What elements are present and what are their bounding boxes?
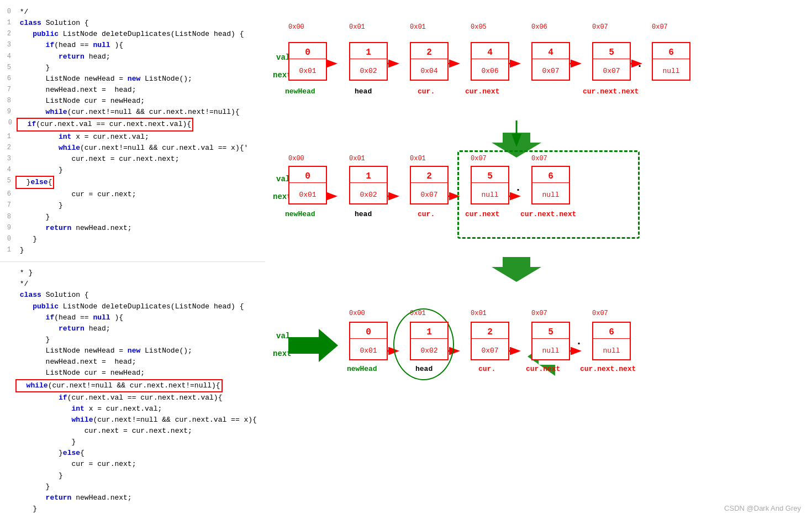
code-line: public ListNode deleteDuplicates(ListNod… (0, 301, 265, 312)
label-cur-3: cur. (478, 365, 495, 373)
node-box-1-4: 4 0x07 (531, 42, 570, 81)
code-line: 1 } (0, 245, 265, 256)
svg-marker-18 (288, 329, 338, 362)
code-line: 7 } (0, 200, 265, 211)
code-line: 7 newHead.next = head; (0, 85, 265, 96)
ellipsis-2: · (515, 184, 521, 196)
label-curnextnext-3: cur.next.next (580, 365, 636, 373)
addr-3-4: 0x07 (592, 310, 608, 317)
node-box-2-3: 5 null (471, 166, 509, 205)
addr-2-3: 0x07 (471, 155, 487, 162)
code-panel-top: 0 */ 1 class Solution { 2 public ListNod… (0, 0, 265, 519)
code-line: if(head == null ){ (0, 312, 265, 323)
code-line: } (0, 504, 265, 515)
node-box-1-2: 2 0x04 (410, 42, 449, 81)
code-line: 4 return head; (0, 51, 265, 62)
code-line: 8 ListNode cur = newHead; (0, 96, 265, 107)
diagram-area: val next 0x00 0 0x01 newHead 0x01 1 0x02… (265, 0, 812, 519)
node-box-3-2: 2 0x07 (471, 322, 509, 360)
label-head-2: head (355, 210, 372, 218)
code-line: newHead.next = head; (0, 357, 265, 368)
code-line: 3 cur.next = cur.next.next; (0, 154, 265, 165)
addr-3-3: 0x07 (531, 310, 547, 317)
label-curnextnext-2: cur.next.next (520, 210, 576, 218)
node-box-1-1: 1 0x02 (349, 42, 388, 81)
code-line: 4 } (0, 165, 265, 176)
node-box-3-3: 5 null (531, 322, 570, 360)
node-box-3-4: 6 null (592, 322, 631, 360)
code-line: } (0, 437, 265, 448)
label-curnext-2: cur.next (465, 210, 499, 218)
code-line: if(cur.next.val == cur.next.next.val){ (0, 392, 265, 403)
node-box-2-1: 1 0x02 (349, 166, 388, 205)
code-line: 1 int x = cur.next.val; (0, 132, 265, 143)
code-line: cur.next = cur.next.next; (0, 426, 265, 437)
code-line: cur = cur.next; (0, 459, 265, 470)
code-line: 0 } (0, 234, 265, 245)
addr-2-0: 0x00 (288, 155, 304, 162)
node-box-1-3: 4 0x06 (471, 42, 509, 81)
code-line: } (0, 481, 265, 492)
label-newhead-2: newHead (285, 210, 315, 218)
code-line: 0 */ (0, 7, 265, 18)
code-line: 5 } (0, 62, 265, 74)
node-box-1-0: 0 0x01 (288, 42, 327, 81)
label-cur-2: cur. (418, 210, 435, 218)
code-line: int x = cur.next.val; (0, 403, 265, 415)
code-line: 9 while(cur.next!=null && cur.next.next!… (0, 107, 265, 118)
code-line: class Solution { (0, 290, 265, 301)
code-line: 8 } (0, 212, 265, 223)
addr-2-2: 0x01 (410, 155, 426, 162)
ellipsis-3: · (576, 337, 582, 350)
code-line: 9 return newHead.next; (0, 223, 265, 234)
big-arrow-icon (288, 326, 338, 367)
addr-1-6: 0x07 (652, 23, 668, 31)
label-head-3: head (415, 365, 433, 373)
label-curnext-3: cur.next (526, 365, 560, 373)
code-line: } (0, 334, 265, 345)
addr-3-2: 0x01 (471, 310, 487, 317)
addr-1-0: 0x00 (288, 23, 304, 31)
addr-2-1: 0x01 (349, 155, 365, 162)
code-line: 2 public ListNode deleteDuplicates(ListN… (0, 29, 265, 40)
code-line: 6 ListNode newHead = new ListNode(); (0, 74, 265, 85)
code-line-highlight2: 5 }else{ (0, 176, 265, 189)
addr-1-1: 0x01 (349, 23, 365, 31)
node-box-2-2: 2 0x07 (410, 166, 449, 205)
code-line: 2 while(cur.next!=null && cur.next.val =… (0, 143, 265, 154)
watermark: CSDN @Dark And Grey (724, 504, 801, 512)
code-line-highlight3: while(cur.next!=null && cur.next.next!=n… (0, 379, 265, 392)
label-curnextnext-1: cur.next.next (583, 87, 639, 96)
code-line: } (0, 470, 265, 481)
addr-1-4: 0x06 (531, 23, 547, 31)
code-line: * } (0, 268, 265, 279)
code-line: }else{ (0, 448, 265, 459)
node-box-2-4: 6 null (531, 166, 570, 205)
code-line: 3 if(head == null ){ (0, 40, 265, 51)
code-line: while(cur.next!=null && cur.next.val == … (0, 415, 265, 426)
label-head-1: head (355, 87, 372, 96)
code-line: 1 class Solution { (0, 18, 265, 29)
addr-3-0: 0x00 (349, 310, 365, 317)
addr-1-3: 0x05 (471, 23, 487, 31)
node-box-3-0: 0 0x01 (349, 322, 388, 360)
node-box-1-6: 6 null (652, 42, 690, 81)
code-line: 6 cur = cur.next; (0, 189, 265, 200)
code-line: */ (0, 279, 265, 290)
code-line: ListNode newHead = new ListNode(); (0, 345, 265, 357)
node-box-3-1: 1 0x02 (410, 322, 449, 360)
label-cur-1: cur. (418, 87, 435, 96)
addr-1-2: 0x01 (410, 23, 426, 31)
label-newhead-1: newHead (285, 87, 315, 96)
node-box-1-5: 5 0x07 (592, 42, 631, 81)
label-newhead-3: newHead (347, 365, 377, 373)
node-box-2-0: 0 0x01 (288, 166, 327, 205)
code-line-highlight1: 0 if(cur.next.val == cur.next.next.val){ (1, 118, 265, 131)
code-line: ListNode cur = newHead; (0, 368, 265, 379)
code-line: return head; (0, 323, 265, 334)
code-line: return newHead.next; (0, 492, 265, 504)
addr-2-4: 0x07 (531, 155, 547, 162)
addr-1-5: 0x07 (592, 23, 608, 31)
addr-3-1: 0x01 (410, 310, 426, 317)
ellipsis-1: · (636, 60, 643, 72)
